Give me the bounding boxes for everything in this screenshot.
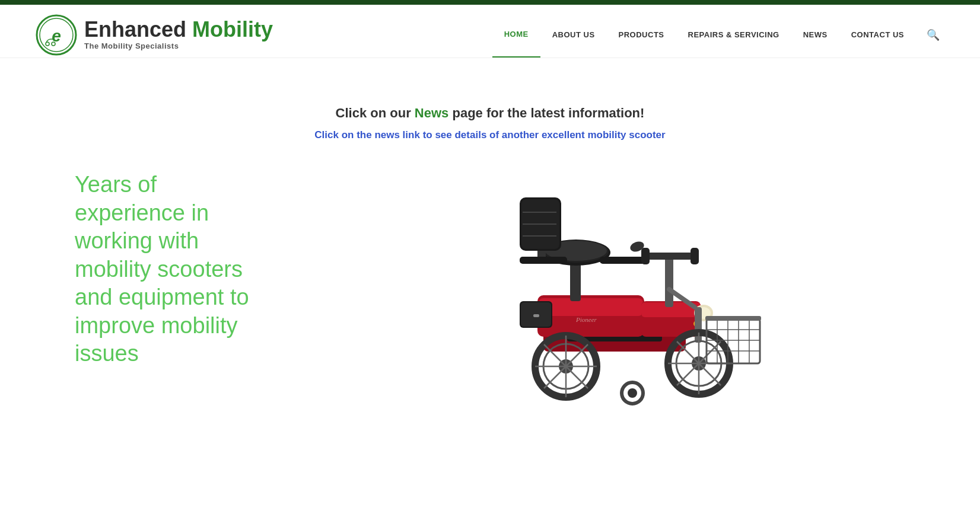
- search-button[interactable]: 🔍: [922, 24, 944, 46]
- logo-mobility: Mobility: [192, 17, 273, 41]
- svg-rect-8: [539, 298, 643, 316]
- logo-icon: e: [36, 14, 77, 56]
- announcement-suffix: page for the latest information!: [448, 106, 644, 120]
- main-nav: HOME ABOUT US PRODUCTS REPAIRS & SERVICI…: [492, 12, 944, 58]
- svg-rect-29: [691, 248, 699, 264]
- svg-rect-26: [665, 254, 673, 307]
- svg-rect-24: [520, 257, 567, 264]
- tagline-line2: experience in: [75, 200, 209, 225]
- nav-contact[interactable]: CONTACT US: [839, 12, 916, 57]
- announcement-news[interactable]: News: [415, 106, 448, 120]
- logo-title: Enhanced Mobility: [84, 19, 273, 40]
- nav-home[interactable]: HOME: [492, 12, 540, 58]
- tagline-text: Years of experience in working with mobi…: [75, 165, 312, 368]
- content-section: Years of experience in working with mobi…: [75, 165, 905, 414]
- svg-rect-27: [644, 253, 695, 260]
- logo-enhanced: Enhanced: [84, 17, 192, 41]
- nav-about[interactable]: ABOUT US: [540, 12, 607, 57]
- nav-repairs[interactable]: REPAIRS & SERVICING: [676, 12, 791, 57]
- svg-rect-49: [707, 319, 760, 363]
- announcement-prefix: Click on our: [336, 106, 415, 120]
- scooter-image-area: Pioneer: [348, 165, 905, 414]
- main-content: Click on our News page for the latest in…: [0, 58, 980, 438]
- scooter-illustration: Pioneer: [484, 165, 769, 414]
- svg-rect-28: [641, 248, 650, 264]
- announcement-line1: Click on our News page for the latest in…: [223, 106, 757, 121]
- announcement-line2[interactable]: Click on the news link to see details of…: [223, 129, 757, 141]
- svg-point-61: [628, 388, 637, 398]
- svg-rect-13: [533, 314, 539, 317]
- tagline-line3: working with: [75, 228, 199, 253]
- nav-products[interactable]: PRODUCTS: [607, 12, 676, 57]
- tagline: Years of experience in working with mobi…: [75, 171, 312, 368]
- logo-area: e Enhanced Mobility The Mobility Special…: [36, 14, 273, 56]
- tagline-line4: mobility scooters: [75, 257, 243, 282]
- svg-text:Pioneer: Pioneer: [575, 316, 597, 323]
- tagline-line7: issues: [75, 341, 139, 366]
- tagline-line1: Years of: [75, 172, 157, 197]
- logo-text: Enhanced Mobility The Mobility Specialis…: [84, 19, 273, 50]
- logo-subtitle: The Mobility Specialists: [84, 41, 273, 50]
- header: e Enhanced Mobility The Mobility Special…: [0, 5, 980, 58]
- announcement-section: Click on our News page for the latest in…: [223, 106, 757, 141]
- tagline-line5: and equipment to: [75, 285, 249, 309]
- svg-rect-57: [705, 316, 761, 321]
- tagline-line6: improve mobility: [75, 313, 238, 338]
- svg-rect-25: [600, 257, 647, 264]
- nav-news[interactable]: NEWS: [791, 12, 839, 57]
- top-bar: [0, 0, 980, 5]
